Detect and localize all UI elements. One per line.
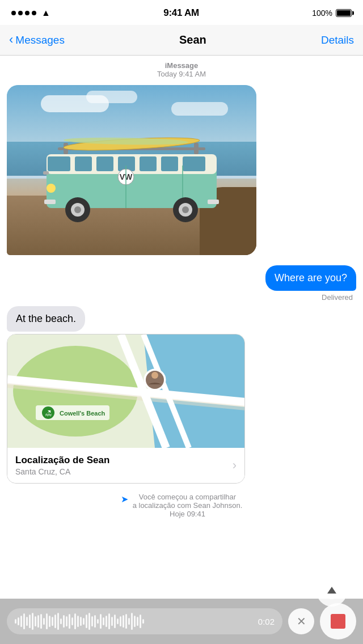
wifi-icon: ▲ <box>41 8 50 18</box>
svg-rect-6 <box>161 156 178 171</box>
timestamp-label: iMessage Today 9:41 AM <box>0 61 363 78</box>
messages-container: iMessage Today 9:41 AM <box>0 61 363 581</box>
waveform-bar <box>125 614 127 629</box>
waveform-bar <box>43 618 45 625</box>
map-bubble[interactable]: 🏖 Cowell's Beach Localização de Sean San… <box>7 334 245 484</box>
waveform-bar <box>52 617 53 626</box>
map-image: 🏖 Cowell's Beach <box>7 334 244 448</box>
cancel-x-icon: ✕ <box>297 615 306 628</box>
signal-dot-1 <box>11 11 16 15</box>
message-type: iMessage <box>165 61 199 70</box>
waveform-bar <box>88 613 90 630</box>
incoming-bubble: At the beach. <box>7 306 85 332</box>
voice-bar: 0:02 ✕ <box>0 599 363 644</box>
signal-dot-2 <box>18 11 23 15</box>
waveform-bar <box>63 615 65 628</box>
upload-arrow-icon <box>324 583 340 599</box>
waveform-bar <box>74 613 76 629</box>
location-arrow-icon: ➤ <box>121 494 128 505</box>
timestamp-date: Today 9:41 AM <box>157 70 206 78</box>
waveform-bar <box>123 615 124 628</box>
nav-bar: ‹ Messages Sean Details <box>0 25 363 56</box>
waveform-bar <box>46 613 48 629</box>
waveform-bar <box>86 615 87 628</box>
svg-rect-7 <box>183 156 205 171</box>
signal-dot-3 <box>25 11 29 15</box>
waveform-bar <box>83 618 85 625</box>
waveform-bar <box>15 619 16 624</box>
svg-rect-3 <box>96 156 113 171</box>
svg-rect-25 <box>44 200 56 204</box>
waveform-bar <box>131 613 133 630</box>
details-button[interactable]: Details <box>321 34 354 46</box>
image-message-row: VW <box>0 85 363 255</box>
waveform-bar <box>94 615 96 628</box>
delivered-label: Delivered <box>0 293 363 302</box>
status-right: 100% <box>312 9 352 18</box>
waveform-bar <box>140 615 141 628</box>
waveform-bar <box>66 616 67 626</box>
status-time: 9:41 AM <box>163 7 199 19</box>
waveform-bar <box>97 619 99 624</box>
incoming-message-row: At the beach. <box>0 306 363 332</box>
signal-dot-4 <box>32 11 36 15</box>
waveform-container: 0:02 <box>7 608 282 634</box>
svg-point-27 <box>47 184 56 193</box>
svg-point-15 <box>74 206 81 213</box>
waveform-bar <box>35 616 36 626</box>
outgoing-message-row: Where are you? <box>0 265 363 291</box>
voice-cancel-button[interactable]: ✕ <box>288 608 314 634</box>
svg-text:🏖: 🏖 <box>45 409 52 417</box>
waveform-bar <box>71 617 73 625</box>
vw-bus-image-bubble[interactable]: VW <box>7 85 256 255</box>
nav-title: Sean <box>179 33 206 46</box>
waveform-bar <box>128 618 130 625</box>
waveform-bar <box>91 616 93 626</box>
waveform-bar <box>37 615 39 628</box>
waveform-bar <box>40 614 42 629</box>
waveform-bar <box>105 616 107 627</box>
svg-point-42 <box>151 372 158 379</box>
upload-button[interactable] <box>316 576 347 607</box>
vw-bus-svg: VW <box>35 132 228 224</box>
status-left: ▲ <box>11 8 50 18</box>
sharing-timestamp: Hoje 09:41 <box>133 510 243 518</box>
voice-timer: 0:02 <box>258 617 275 626</box>
waveform-bar <box>103 617 104 625</box>
waveform-bar <box>142 619 144 624</box>
svg-rect-8 <box>48 156 70 171</box>
waveform-bar <box>60 618 62 624</box>
svg-rect-28 <box>43 171 49 175</box>
waveform-bar <box>117 618 119 624</box>
waveform-bar <box>29 615 31 628</box>
battery-percent: 100% <box>312 9 332 18</box>
waveform-bar <box>100 614 102 629</box>
signal-dots <box>11 11 36 15</box>
waveform-bar <box>80 617 82 626</box>
waveform-bar <box>54 615 56 628</box>
map-info-text: Localização de Sean Santa Cruz, CA <box>15 455 109 476</box>
timestamp-header: iMessage Today 9:41 AM <box>0 61 363 78</box>
sharing-text: Você começou a compartilhar a localizaçã… <box>133 493 243 510</box>
svg-point-18 <box>182 206 189 213</box>
back-button[interactable]: ‹ Messages <box>9 34 65 46</box>
outgoing-bubble: Where are you? <box>265 265 356 291</box>
voice-send-stop-icon <box>331 614 345 629</box>
waveform-bar <box>134 616 136 627</box>
battery-icon <box>336 9 352 17</box>
map-chevron-icon: › <box>233 458 237 473</box>
svg-rect-5 <box>140 156 157 171</box>
map-location-subtitle: Santa Cruz, CA <box>15 467 109 476</box>
voice-send-button[interactable] <box>320 603 356 639</box>
waveform-bar <box>32 613 33 630</box>
waveform-bar <box>69 614 70 629</box>
map-info[interactable]: Localização de Sean Santa Cruz, CA › <box>7 448 244 483</box>
back-chevron-icon: ‹ <box>9 33 13 46</box>
waveform-bar <box>108 613 110 629</box>
svg-rect-26 <box>208 200 219 204</box>
waveform-bar <box>77 616 79 627</box>
incoming-text: At the beach. <box>16 313 76 324</box>
map-location-title: Localização de Sean <box>15 455 109 466</box>
status-bar: ▲ 9:41 AM 100% <box>0 0 363 25</box>
waveform-bar <box>114 615 116 628</box>
